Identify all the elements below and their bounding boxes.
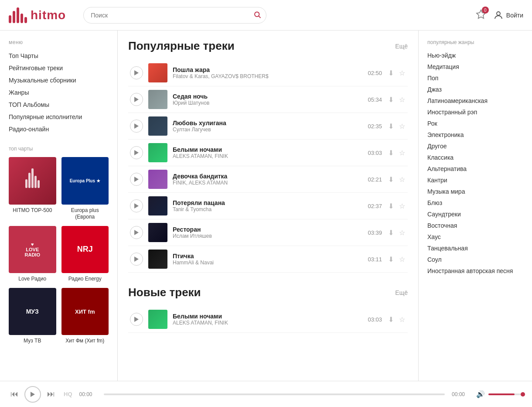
genre-item[interactable]: Электроника <box>427 129 523 140</box>
track-duration: 03:39 <box>366 229 382 236</box>
play-icon <box>134 150 139 155</box>
genre-item[interactable]: Классика <box>427 152 523 163</box>
favorites-badge: 0 <box>482 7 489 14</box>
download-button[interactable]: ⬇ <box>387 315 395 325</box>
play-button[interactable] <box>130 313 143 326</box>
play-icon <box>134 203 139 209</box>
favorites-button[interactable]: 0 <box>476 9 486 21</box>
sidebar-item-radio-online[interactable]: Радио-онлайн <box>9 123 109 135</box>
genre-item[interactable]: Джаз <box>427 84 523 95</box>
favorite-button[interactable]: ☆ <box>398 174 406 185</box>
genre-item[interactable]: Саундтреки <box>427 209 523 220</box>
sidebar-item-genres[interactable]: Жанры <box>9 86 109 99</box>
favorite-button[interactable]: ☆ <box>398 201 406 211</box>
chart-hitmo[interactable]: HITMO TOP-500 <box>9 157 56 221</box>
search-button[interactable] <box>253 10 261 20</box>
new-tracks-more[interactable]: Ещё <box>395 289 408 296</box>
play-button[interactable] <box>130 226 143 239</box>
chart-energy[interactable]: NRJ Радио Energy <box>61 226 109 283</box>
sidebar-item-top-albums[interactable]: ТОП Альбомы <box>9 99 109 111</box>
track-info: Птичка HammAli & Navai <box>173 253 361 266</box>
favorite-button[interactable]: ☆ <box>398 148 406 158</box>
login-button[interactable]: Войти <box>493 10 523 21</box>
chart-hit[interactable]: ХИТ fm Хит Фм (Хит fm) <box>61 288 109 345</box>
genre-item[interactable]: Блюз <box>427 197 523 209</box>
chart-thumb-europa: Europa Plus ★ <box>61 157 109 205</box>
svg-marker-9 <box>134 203 139 209</box>
track-artist: FINIK, ALEKS ATAMAN <box>173 180 361 186</box>
genre-item[interactable]: Нью-эйдж <box>427 50 523 61</box>
sidebar-item-top-charts[interactable]: Топ Чарты <box>9 50 109 62</box>
favorite-button[interactable]: ☆ <box>398 254 406 264</box>
download-button[interactable]: ⬇ <box>387 228 395 238</box>
favorite-button[interactable]: ☆ <box>398 121 406 131</box>
track-thumbnail <box>148 223 167 242</box>
logo-text: hitmo <box>31 8 66 22</box>
chart-thumb-love: ♥LOVERADIO <box>9 226 56 274</box>
download-button[interactable]: ⬇ <box>387 201 395 211</box>
download-button[interactable]: ⬇ <box>387 95 395 105</box>
svg-marker-12 <box>134 317 139 322</box>
logo[interactable]: hitmo <box>9 7 66 23</box>
sidebar-item-music-collections[interactable]: Музыкальные сборники <box>9 74 109 86</box>
play-button[interactable] <box>130 66 143 79</box>
favorite-button[interactable]: ☆ <box>398 68 406 78</box>
play-icon <box>134 257 139 262</box>
track-info: Пошла жара Filatov & Karas, GAYAZOV$ BRO… <box>173 66 361 79</box>
genre-item[interactable]: Иностранный рэп <box>427 106 523 118</box>
track-item: Потеряли пацана Tanir & Tyomcha 02:37 ⬇ … <box>128 193 408 219</box>
play-button[interactable] <box>130 120 143 133</box>
track-artist: ALEKS ATAMAN, FINIK <box>173 153 361 159</box>
chart-thumb-energy: NRJ <box>61 226 109 274</box>
genre-item[interactable]: Хаус <box>427 231 523 243</box>
play-button[interactable] <box>130 199 143 212</box>
genre-item[interactable]: Иностранная авторская песня <box>427 265 523 277</box>
genre-item[interactable]: Восточная <box>427 220 523 231</box>
genre-list: Нью-эйдж Медитация Поп Джаз Латиноамерик… <box>427 50 523 277</box>
chart-muz[interactable]: МУЗ Муз ТВ <box>9 288 56 345</box>
chart-love[interactable]: ♥LOVERADIO Love Радио <box>9 226 56 283</box>
genre-item[interactable]: Кантри <box>427 174 523 186</box>
favorite-button[interactable]: ☆ <box>398 95 406 105</box>
track-name: Потеряли пацана <box>173 199 361 206</box>
genre-item[interactable]: Соул <box>427 254 523 265</box>
header-right: 0 Войти <box>476 9 523 21</box>
sidebar-item-popular-artists[interactable]: Популярные исполнители <box>9 111 109 123</box>
svg-marker-5 <box>134 97 139 102</box>
download-button[interactable]: ⬇ <box>387 68 395 78</box>
track-artist: Султан Лагучев <box>173 127 361 133</box>
genre-item[interactable]: Поп <box>427 72 523 84</box>
track-actions: ⬇ ☆ <box>387 121 406 131</box>
download-button[interactable]: ⬇ <box>387 148 395 158</box>
genre-item[interactable]: Альтернатива <box>427 163 523 174</box>
play-button[interactable] <box>130 173 143 186</box>
popular-tracks-more[interactable]: Ещё <box>395 43 408 50</box>
sidebar-item-rating-tracks[interactable]: Рейтинговые треки <box>9 62 109 74</box>
sidebar: меню Топ Чарты Рейтинговые треки Музыкал… <box>0 31 118 381</box>
track-artist: Tanir & Tyomcha <box>173 206 361 212</box>
track-name: Белыми ночами <box>173 146 361 153</box>
play-button[interactable] <box>130 253 143 266</box>
genre-item[interactable]: Музыка мира <box>427 186 523 197</box>
track-info: Потеряли пацана Tanir & Tyomcha <box>173 199 361 212</box>
download-button[interactable]: ⬇ <box>387 174 395 185</box>
genre-item[interactable]: Танцевальная <box>427 243 523 254</box>
play-icon <box>134 123 139 129</box>
genre-item[interactable]: Рок <box>427 118 523 129</box>
genre-item[interactable]: Латиноамериканская <box>427 95 523 106</box>
play-button[interactable] <box>130 146 143 159</box>
track-duration: 03:03 <box>366 150 382 156</box>
svg-marker-7 <box>134 150 139 155</box>
download-button[interactable]: ⬇ <box>387 121 395 131</box>
favorite-button[interactable]: ☆ <box>398 315 406 325</box>
chart-label-hit: Хит Фм (Хит fm) <box>61 338 109 345</box>
favorite-button[interactable]: ☆ <box>398 228 406 238</box>
chart-europa[interactable]: Europa Plus ★ Europa plus (Европа <box>61 157 109 221</box>
play-button[interactable] <box>130 93 143 106</box>
svg-marker-4 <box>134 70 139 75</box>
genre-item[interactable]: Другое <box>427 140 523 152</box>
track-artist: Filatov & Karas, GAYAZOV$ BROTHER$ <box>173 73 361 79</box>
search-input[interactable] <box>83 7 266 24</box>
genre-item[interactable]: Медитация <box>427 61 523 72</box>
download-button[interactable]: ⬇ <box>387 254 395 264</box>
